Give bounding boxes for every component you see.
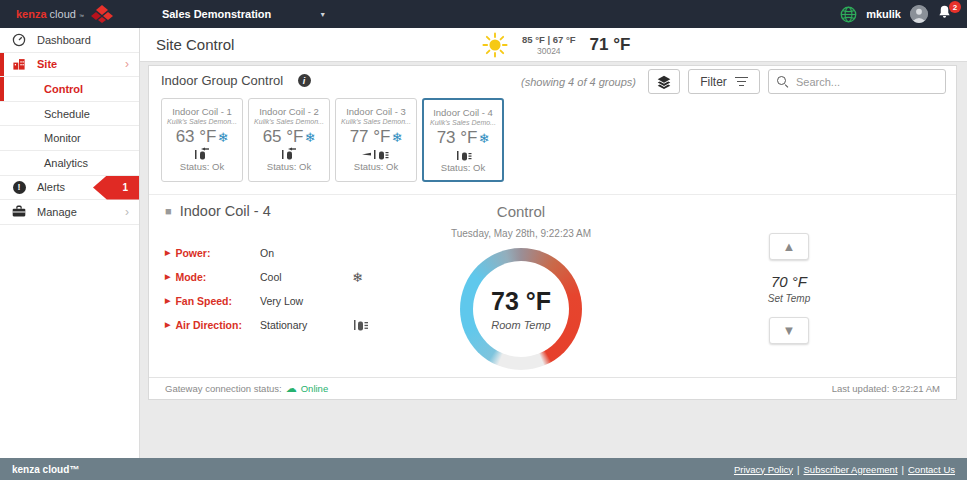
prop-value: Stationary <box>260 319 352 331</box>
link-separator: | <box>797 464 799 475</box>
prop-label-text: Air Direction: <box>175 319 242 331</box>
coil-card-3[interactable]: Indoor Coil - 3 Kulik's Sales Demon... 7… <box>335 98 417 182</box>
info-icon[interactable]: i <box>298 74 311 87</box>
site-selector-label: Sales Demonstration <box>162 8 271 20</box>
sidebar-item-analytics[interactable]: Analytics <box>0 151 139 176</box>
dashboard-gauge-icon <box>11 33 27 47</box>
sidebar-item-monitor[interactable]: Monitor <box>0 126 139 151</box>
control-column: Control Tuesday, May 28th, 9:22:23 AM 73… <box>371 195 671 370</box>
sidebar-item-control[interactable]: Control <box>0 77 139 102</box>
subscriber-agreement-link[interactable]: Subscriber Agreement <box>804 464 898 475</box>
showing-count: (showing 4 of 4 groups) <box>521 76 636 88</box>
avatar[interactable] <box>910 5 928 23</box>
site-selector-dropdown[interactable]: Sales Demonstration ▼ <box>162 8 326 20</box>
cloud-icon: ☁ <box>286 378 297 399</box>
sidebar-item-label: Alerts <box>37 181 65 193</box>
prop-label-text: Mode: <box>175 271 206 283</box>
coil-subtitle: Kulik's Sales Demon... <box>336 118 416 125</box>
filter-icon <box>735 77 748 87</box>
gateway-status-value: Online <box>301 378 328 399</box>
layers-icon <box>657 75 671 89</box>
globe-icon[interactable] <box>840 6 857 23</box>
triangle-up-icon: ▲ <box>783 239 796 254</box>
triangle-right-icon: ▶ <box>165 297 170 305</box>
weather-high-low: 85 °F | 67 °F <box>522 34 576 45</box>
coil-status: Status: Ok <box>249 161 329 172</box>
coil-detail-section: ■ Indoor Coil - 4 ▶Power: On ▶Mode: Cool… <box>149 194 956 379</box>
sidebar-item-alerts[interactable]: ! Alerts 1 <box>0 176 139 201</box>
snowflake-icon: ❄ <box>391 130 402 145</box>
main-area: Site Control 85 °F | 67 °F 30024 71 °F I… <box>140 28 967 458</box>
filter-button[interactable]: Filter <box>688 69 760 94</box>
chevron-right-icon: › <box>125 205 129 219</box>
sidebar-item-dashboard[interactable]: Dashboard <box>0 28 139 53</box>
set-temp-label: Set Temp <box>768 293 810 304</box>
brand-diamond-icon <box>90 5 114 23</box>
set-temp-column: ▲ 70 °F Set Temp ▼ <box>741 233 837 344</box>
group-control-title: Indoor Group Control <box>161 66 283 96</box>
footer-brand: kenza cloud™ <box>12 464 79 475</box>
brand-logo: kenza cloud ™ <box>16 8 84 20</box>
sidebar-item-schedule[interactable]: Schedule <box>0 102 139 127</box>
coil-card-2[interactable]: Indoor Coil - 2 Kulik's Sales Demon... 6… <box>248 98 330 182</box>
snowflake-icon: ❄ <box>478 131 489 146</box>
triangle-right-icon: ▶ <box>165 273 170 281</box>
gateway-status-label: Gateway connection status: <box>165 378 282 399</box>
sidebar-item-label: Monitor <box>44 132 81 144</box>
briefcase-icon <box>11 205 27 218</box>
set-temp-value: 70 °F <box>771 273 807 290</box>
bottom-bar: kenza cloud™ Privacy Policy | Subscriber… <box>0 458 967 480</box>
site-building-icon <box>11 57 27 71</box>
room-temp-gauge: 73 °F Room Temp <box>460 248 582 370</box>
control-title: Control <box>371 203 671 220</box>
weather-widget: 85 °F | 67 °F 30024 71 °F <box>482 28 630 62</box>
filter-button-label: Filter <box>700 75 727 89</box>
group-control-header: Indoor Group Control i (showing 4 of 4 g… <box>149 66 956 96</box>
weather-current-temp: 71 °F <box>590 35 631 55</box>
sidebar-item-site[interactable]: Site › <box>0 53 139 78</box>
prop-label-text: Fan Speed: <box>175 295 232 307</box>
privacy-policy-link[interactable]: Privacy Policy <box>734 464 793 475</box>
airflow-fan-icons <box>424 148 502 161</box>
page-title: Site Control <box>156 28 234 62</box>
sidebar: Dashboard Site › Control Schedule Monito… <box>0 28 140 458</box>
coil-card-1[interactable]: Indoor Coil - 1 Kulik's Sales Demon... 6… <box>161 98 243 182</box>
prop-label-text: Power: <box>175 247 210 259</box>
sidebar-item-label: Schedule <box>44 108 90 120</box>
coil-card-4-selected[interactable]: Indoor Coil - 4 Kulik's Sales Demo... 73… <box>422 98 504 182</box>
contact-us-link[interactable]: Contact Us <box>908 464 955 475</box>
brand-trademark: ™ <box>79 13 84 19</box>
search-input[interactable] <box>796 76 926 88</box>
notification-count-badge: 2 <box>949 1 961 13</box>
snowflake-icon: ❄ <box>352 270 363 285</box>
coil-name: Indoor Coil - 4 <box>424 107 502 118</box>
fan-vane-icon <box>352 318 370 332</box>
notifications-bell[interactable]: 2 <box>937 4 957 24</box>
site-control-card: Indoor Group Control i (showing 4 of 4 g… <box>148 65 957 400</box>
coil-temp: 77 °F <box>350 127 391 147</box>
detail-title: ■ Indoor Coil - 4 <box>165 203 271 219</box>
room-temp-value: 73 °F <box>491 287 551 316</box>
sidebar-item-manage[interactable]: Manage › <box>0 200 139 225</box>
chevron-right-icon: › <box>125 57 129 71</box>
prop-value: Very Low <box>260 295 352 307</box>
sidebar-item-label: Analytics <box>44 157 88 169</box>
increase-set-temp-button[interactable]: ▲ <box>769 233 809 260</box>
alert-icon: ! <box>13 181 26 194</box>
coil-name: Indoor Coil - 2 <box>249 106 329 117</box>
indoor-group-cards: Indoor Coil - 1 Kulik's Sales Demon... 6… <box>149 98 956 182</box>
card-footer: Gateway connection status: ☁ Online Last… <box>149 377 956 399</box>
decrease-set-temp-button[interactable]: ▼ <box>769 317 809 344</box>
triangle-down-icon: ▼ <box>783 323 796 338</box>
weather-zip: 30024 <box>522 46 576 56</box>
coil-subtitle: Kulik's Sales Demon... <box>249 118 329 125</box>
layers-button[interactable] <box>648 69 680 94</box>
search-box <box>768 69 946 94</box>
snowflake-icon: ❄ <box>304 130 315 145</box>
sidebar-item-label: Manage <box>37 206 77 218</box>
page-header: Site Control 85 °F | 67 °F 30024 71 °F <box>140 28 967 62</box>
square-bullet-icon: ■ <box>165 205 172 217</box>
sun-icon <box>482 32 508 58</box>
coil-name: Indoor Coil - 1 <box>162 106 242 117</box>
snowflake-icon: ❄ <box>217 130 228 145</box>
